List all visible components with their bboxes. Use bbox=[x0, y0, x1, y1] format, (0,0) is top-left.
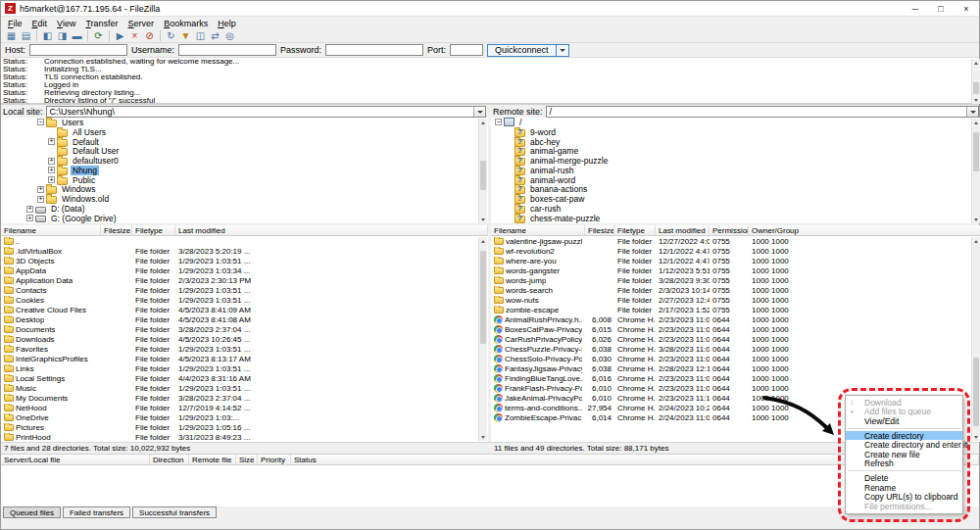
disconnect-icon[interactable]: ⊘ bbox=[143, 29, 156, 42]
tree-item-g-google-drive[interactable]: +G: (Google Drive) bbox=[1, 214, 488, 223]
menu-bookmarks[interactable]: Bookmarks bbox=[159, 19, 213, 28]
expand-icon[interactable]: + bbox=[37, 196, 44, 203]
tab-queued-files[interactable]: Queued files bbox=[3, 506, 61, 518]
file-row-idlvirtualbox[interactable]: .IdlVirtualBoxFile folder3/28/2023 5:20:… bbox=[1, 246, 488, 256]
transfer-queue-icon[interactable]: ▬ bbox=[71, 29, 83, 42]
quickconnect-button[interactable]: Quickconnect bbox=[487, 44, 557, 57]
scroll-thumb[interactable] bbox=[480, 161, 486, 190]
column-header-size[interactable]: Size bbox=[236, 455, 258, 464]
file-row-application-data[interactable]: Application DataFile folder2/3/2023 2:30… bbox=[1, 275, 488, 285]
scroll-up-button[interactable] bbox=[972, 237, 980, 245]
menu-help[interactable]: Help bbox=[213, 19, 241, 28]
column-header-priority[interactable]: Priority bbox=[258, 455, 291, 464]
scroll-up-button[interactable] bbox=[972, 119, 980, 126]
host-input[interactable] bbox=[29, 44, 127, 56]
column-header-size[interactable]: Filesize bbox=[101, 225, 132, 235]
collapse-icon[interactable]: − bbox=[37, 119, 44, 125]
file-row-links[interactable]: LinksFile folder1/29/2023 1:03:51 ... bbox=[1, 363, 488, 373]
expand-icon[interactable]: + bbox=[48, 158, 55, 165]
file-row-3d-objects[interactable]: 3D ObjectsFile folder1/29/2023 1:03:51 .… bbox=[1, 256, 488, 265]
scroll-up-button[interactable] bbox=[479, 119, 487, 126]
column-header-perms[interactable]: Permissions bbox=[710, 225, 749, 235]
file-row-cookies[interactable]: CookiesFile folder1/29/2023 1:03:51 ... bbox=[1, 295, 488, 305]
scroll-down-button[interactable] bbox=[972, 96, 980, 104]
tree-item-banana-actions[interactable]: ?banana-actions bbox=[491, 185, 980, 195]
column-header-name[interactable]: Filename bbox=[491, 225, 585, 235]
vertical-scrollbar[interactable] bbox=[478, 119, 487, 223]
expand-icon[interactable]: + bbox=[48, 138, 55, 145]
file-row-local-settings[interactable]: Local SettingsFile folder4/4/2023 8:31:1… bbox=[1, 373, 488, 383]
tree-item-defaultuser0[interactable]: +defaultuser0 bbox=[1, 156, 488, 166]
scroll-down-button[interactable] bbox=[972, 433, 980, 441]
tree-item-boxes-cat-paw[interactable]: ?boxes-cat-paw bbox=[491, 194, 980, 204]
tree-item-default-user[interactable]: Default User bbox=[1, 146, 488, 156]
collapse-icon[interactable]: − bbox=[495, 119, 502, 125]
file-row-music[interactable]: MusicFile folder1/29/2023 1:03:51 ... bbox=[1, 383, 488, 393]
vertical-scrollbar[interactable] bbox=[971, 119, 980, 223]
local-tree-icon[interactable]: ◧ bbox=[41, 29, 54, 42]
refresh-icon[interactable]: ⟳ bbox=[92, 29, 105, 42]
expand-icon[interactable]: + bbox=[48, 167, 55, 173]
file-row-onedrive[interactable]: OneDriveFile folder1/29/2023 1:03:... bbox=[1, 412, 488, 422]
file-row-where-are-you[interactable]: where-are-youFile folder12/1/2022 4:47:.… bbox=[491, 256, 980, 265]
file-row-documents[interactable]: DocumentsFile folder3/28/2023 2:37:04 ..… bbox=[1, 324, 488, 334]
site-manager-icon[interactable]: ▦ bbox=[5, 29, 18, 42]
tree-item-d-data[interactable]: +D: (Data) bbox=[1, 204, 488, 214]
tree-item-animal-game[interactable]: ?animal-game bbox=[491, 146, 980, 156]
scroll-down-button[interactable] bbox=[479, 216, 487, 223]
sync-browsing-icon[interactable]: ⇄ bbox=[209, 29, 221, 42]
file-row-animalrushprivacy-h[interactable]: AnimalRushPrivacy.h...6,008Chrome H...2/… bbox=[491, 314, 980, 324]
scroll-up-button[interactable] bbox=[479, 237, 487, 245]
scroll-track[interactable] bbox=[972, 126, 980, 216]
scroll-track[interactable] bbox=[972, 67, 980, 96]
password-input[interactable] bbox=[325, 44, 423, 56]
port-input[interactable] bbox=[450, 44, 483, 56]
file-row-wf-revolution2[interactable]: wf-revolution2File folder12/1/2022 4:47:… bbox=[491, 246, 980, 256]
filter-icon[interactable]: ▼ bbox=[179, 29, 192, 42]
column-header-size[interactable]: Filesize bbox=[585, 225, 614, 235]
remote-tree-icon[interactable]: ◨ bbox=[56, 29, 69, 42]
tree-item-animal-word[interactable]: ?animal-word bbox=[491, 175, 980, 185]
column-header-modified[interactable]: Last modified bbox=[175, 225, 488, 235]
file-row-desktop[interactable]: DesktopFile folder4/5/2023 8:41:08 AM bbox=[1, 314, 488, 324]
scroll-thumb[interactable] bbox=[480, 251, 486, 344]
tree-item-windows[interactable]: +Windows bbox=[1, 185, 488, 195]
expand-icon[interactable]: + bbox=[37, 186, 44, 193]
tree-item-abc-hey[interactable]: ?abc-hey bbox=[491, 137, 980, 147]
context-item-create-directory[interactable]: Create directory bbox=[846, 431, 962, 441]
file-row-valentine-jigsaw-puzzle[interactable]: valentine-jigsaw-puzzleFile folder12/27/… bbox=[491, 236, 980, 246]
column-header-direction[interactable]: Direction bbox=[150, 455, 189, 464]
file-row-printhood[interactable]: PrintHoodFile folder3/31/2023 8:49:23 ..… bbox=[1, 432, 488, 442]
file-row-nethood[interactable]: NetHoodFile folder12/7/2019 4:14:52 ... bbox=[1, 403, 488, 412]
tree-item-item[interactable]: −/ bbox=[491, 118, 980, 127]
context-item-view-edit[interactable]: View/Edit bbox=[846, 416, 962, 426]
tree-item-all-users[interactable]: All Users bbox=[1, 127, 488, 137]
compare-icon[interactable]: ◫ bbox=[194, 29, 207, 42]
file-row-creative-cloud-files[interactable]: Creative Cloud FilesFile folder4/5/2023 … bbox=[1, 305, 488, 314]
vertical-scrollbar[interactable] bbox=[971, 59, 980, 104]
file-row-findingbluetanglove[interactable]: FindingBlueTangLove...6,016Chrome H...2/… bbox=[491, 373, 980, 383]
remote-site-dropdown-button[interactable] bbox=[966, 107, 978, 117]
scroll-thumb[interactable] bbox=[973, 82, 979, 94]
column-header-remote-file[interactable]: Remote file bbox=[189, 455, 236, 464]
reconnect-icon[interactable]: ↻ bbox=[165, 29, 177, 42]
column-header-modified[interactable]: Last modified bbox=[656, 225, 710, 235]
expand-icon[interactable]: + bbox=[26, 215, 33, 221]
expand-icon[interactable]: + bbox=[26, 206, 33, 213]
file-row-contacts[interactable]: ContactsFile folder1/29/2023 1:03:51 ... bbox=[1, 285, 488, 295]
scroll-thumb[interactable] bbox=[973, 132, 979, 171]
scroll-track[interactable] bbox=[972, 245, 980, 433]
tree-item-default[interactable]: +Default bbox=[1, 137, 488, 147]
file-row-words-gangster[interactable]: words-gangsterFile folder1/12/2023 5:51:… bbox=[491, 265, 980, 275]
file-row-fantasyjigsaw-privacy[interactable]: FantasyJigsaw-Privacy...6,038Chrome H...… bbox=[491, 363, 980, 373]
context-item-rename[interactable]: Rename bbox=[846, 483, 962, 493]
expand-icon[interactable]: + bbox=[48, 176, 55, 183]
context-item-copy-url-s-to-clipboard[interactable]: Copy URL(s) to clipboard bbox=[846, 492, 962, 502]
tree-item-public[interactable]: +Public bbox=[1, 175, 488, 185]
find-icon[interactable]: ◎ bbox=[223, 29, 236, 42]
column-header-type[interactable]: Filetype bbox=[132, 225, 175, 235]
tree-item-9-word[interactable]: ?9-word bbox=[491, 127, 980, 137]
file-row-boxescatpaw-privacy[interactable]: BoxesCatPaw-Privacy...6,015Chrome H...2/… bbox=[491, 324, 980, 334]
column-header-type[interactable]: Filetype bbox=[614, 225, 656, 235]
quickconnect-dropdown-button[interactable] bbox=[557, 44, 569, 57]
